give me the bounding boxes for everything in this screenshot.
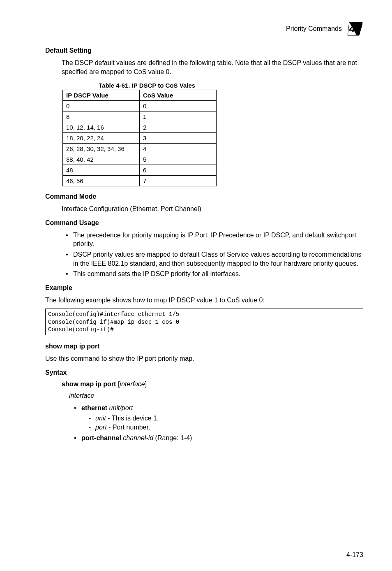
table-row: 10, 12, 14, 162 xyxy=(63,122,217,133)
page-number: 4-173 xyxy=(346,551,363,559)
example-intro: The following example shows how to map I… xyxy=(45,296,363,305)
table-cell: 2 xyxy=(140,122,217,133)
show-cmd-heading: show map ip port xyxy=(45,343,363,350)
table-row: 18, 20, 22, 243 xyxy=(63,133,217,144)
ethernet-keyword: ethernet xyxy=(81,404,107,411)
table-row: 81 xyxy=(63,111,217,122)
command-usage-list: The precedence for priority mapping is I… xyxy=(66,231,363,279)
portchannel-keyword: port-channel xyxy=(81,434,121,441)
table-row: 46, 567 xyxy=(63,176,217,186)
show-cmd-intro: Use this command to show the IP port pri… xyxy=(45,354,363,363)
table-cell: 4 xyxy=(140,144,217,154)
header-title: Priority Commands xyxy=(286,25,342,32)
command-mode-heading: Command Mode xyxy=(45,193,363,200)
syntax-heading: Syntax xyxy=(45,369,363,376)
syntax-cmd-name: show map ip port xyxy=(62,381,116,388)
table-cell: 18, 20, 22, 24 xyxy=(63,133,140,144)
table-cell: 6 xyxy=(140,165,217,176)
list-item: unit - This is device 1. xyxy=(89,414,363,423)
default-setting-body: The DSCP default values are defined in t… xyxy=(62,58,363,76)
port-desc: - Port number. xyxy=(107,424,150,431)
table-cell: 0 xyxy=(140,101,217,111)
list-item: port - Port number. xyxy=(89,423,363,432)
table-cell: 26, 28, 30, 32, 34, 36 xyxy=(63,144,140,154)
list-item: The precedence for priority mapping is I… xyxy=(66,231,363,248)
default-setting-heading: Default Setting xyxy=(45,47,363,54)
example-heading: Example xyxy=(45,284,363,292)
port-arg: port xyxy=(95,424,107,431)
table-cell: 0 xyxy=(63,101,140,111)
table-header-cell: CoS Value xyxy=(140,90,217,101)
unit-desc: - This is device 1. xyxy=(106,415,159,422)
table-row: 00 xyxy=(63,101,217,111)
chapter-badge: 4 xyxy=(347,21,363,37)
table-cell: 7 xyxy=(140,176,217,186)
table-cell: 8 xyxy=(63,111,140,122)
command-mode-body: Interface Configuration (Ethernet, Port … xyxy=(62,204,363,214)
portchannel-arg: channel-id xyxy=(123,434,153,441)
syntax-cmd-arg: interface xyxy=(120,381,145,388)
syntax-command: show map ip port [interface] xyxy=(62,381,363,388)
table-row: 38, 40, 425 xyxy=(63,154,217,165)
table-cell: 5 xyxy=(140,154,217,165)
portchannel-desc: (Range: 1-4) xyxy=(153,434,192,441)
command-usage-heading: Command Usage xyxy=(45,219,363,227)
table-cell: 38, 40, 42 xyxy=(63,154,140,165)
list-item: This command sets the IP DSCP priority f… xyxy=(66,269,363,279)
table-cell: 46, 56 xyxy=(63,176,140,186)
ethernet-sub-list: unit - This is device 1. port - Port num… xyxy=(89,414,363,432)
table-header-row: IP DSCP Value CoS Value xyxy=(63,90,217,101)
table-row: 26, 28, 30, 32, 34, 364 xyxy=(63,144,217,154)
list-item: ethernet unit/port unit - This is device… xyxy=(74,404,363,432)
example-code: Console(config)#interface ethernet 1/5 C… xyxy=(45,309,363,335)
interface-label: interface xyxy=(69,392,363,399)
page: Priority Commands 4 Default Setting The … xyxy=(0,0,392,571)
table-caption: Table 4-61. IP DSCP to CoS Vales xyxy=(99,82,363,89)
table-row: 486 xyxy=(63,165,217,176)
dscp-table: IP DSCP Value CoS Value 00 81 10, 12, 14… xyxy=(62,90,217,186)
table-cell: 3 xyxy=(140,133,217,144)
list-item: DSCP priority values are mapped to defau… xyxy=(66,250,363,268)
unit-arg: unit xyxy=(95,415,106,422)
table-header-cell: IP DSCP Value xyxy=(63,90,140,101)
table-cell: 10, 12, 14, 16 xyxy=(63,122,140,133)
page-header: Priority Commands 4 xyxy=(45,21,363,37)
table-cell: 1 xyxy=(140,111,217,122)
table-cell: 48 xyxy=(63,165,140,176)
list-item: port-channel channel-id (Range: 1-4) xyxy=(74,434,363,443)
syntax-args-list: ethernet unit/port unit - This is device… xyxy=(74,404,363,443)
ethernet-args: unit/port xyxy=(109,404,133,411)
chapter-number: 4 xyxy=(349,22,355,35)
